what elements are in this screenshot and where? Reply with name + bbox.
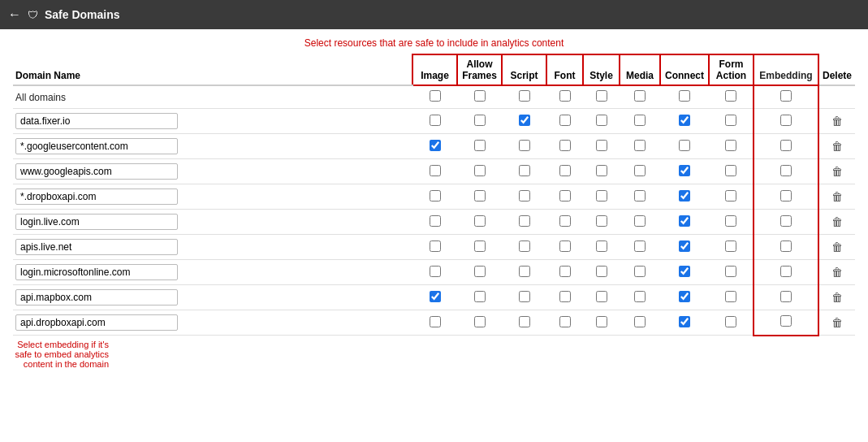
checkbox-formAction[interactable] [725, 140, 736, 151]
checkbox-image[interactable] [430, 316, 441, 327]
checkbox-formAction[interactable] [725, 165, 736, 176]
checkbox-formAction[interactable] [725, 266, 736, 277]
delete-button[interactable]: 🗑 [831, 266, 843, 279]
checkbox-image[interactable] [430, 115, 441, 126]
checkbox-allowFrames[interactable] [474, 240, 486, 252]
checkbox-style[interactable] [596, 291, 607, 302]
checkbox-script[interactable] [519, 215, 530, 227]
checkbox-allowFrames[interactable] [474, 90, 486, 102]
checkbox-font[interactable] [559, 266, 571, 277]
checkbox-connect[interactable] [679, 240, 690, 252]
checkbox-image[interactable] [430, 266, 441, 277]
checkbox-font[interactable] [559, 165, 571, 176]
checkbox-image[interactable] [430, 291, 441, 302]
checkbox-media[interactable] [634, 140, 646, 151]
checkbox-media[interactable] [634, 316, 646, 327]
checkbox-font[interactable] [559, 115, 571, 126]
checkbox-allowFrames[interactable] [474, 140, 486, 151]
checkbox-image[interactable] [430, 90, 441, 102]
checkbox-style[interactable] [596, 266, 607, 277]
checkbox-style[interactable] [596, 140, 607, 151]
delete-button[interactable]: 🗑 [831, 165, 843, 178]
checkbox-font[interactable] [559, 215, 571, 227]
checkbox-style[interactable] [596, 165, 607, 176]
checkbox-media[interactable] [634, 190, 646, 202]
checkbox-style[interactable] [596, 190, 607, 202]
checkbox-style[interactable] [596, 316, 607, 327]
checkbox-media[interactable] [634, 240, 646, 252]
back-button[interactable]: ← [8, 7, 21, 22]
checkbox-media[interactable] [634, 90, 646, 102]
delete-button[interactable]: 🗑 [831, 215, 843, 228]
checkbox-script[interactable] [519, 266, 530, 277]
checkbox-image[interactable] [430, 215, 441, 227]
checkbox-formAction[interactable] [725, 115, 736, 126]
checkbox-font[interactable] [559, 291, 571, 302]
checkbox-embedding[interactable] [780, 90, 792, 102]
domain-input[interactable] [15, 163, 178, 180]
checkbox-allowFrames[interactable] [474, 266, 486, 277]
checkbox-embedding[interactable] [780, 240, 792, 252]
delete-button[interactable]: 🗑 [831, 316, 843, 329]
checkbox-embedding[interactable] [780, 140, 792, 151]
checkbox-script[interactable] [519, 90, 530, 102]
domain-input[interactable] [15, 264, 178, 280]
checkbox-script[interactable] [519, 140, 530, 151]
checkbox-allowFrames[interactable] [474, 115, 486, 126]
checkbox-connect[interactable] [679, 215, 690, 227]
checkbox-script[interactable] [519, 165, 530, 176]
checkbox-allowFrames[interactable] [474, 291, 486, 302]
checkbox-style[interactable] [596, 115, 607, 126]
checkbox-formAction[interactable] [725, 316, 736, 327]
checkbox-allowFrames[interactable] [474, 316, 486, 327]
checkbox-font[interactable] [559, 190, 571, 202]
checkbox-script[interactable] [519, 115, 530, 126]
domain-input[interactable] [15, 289, 178, 306]
checkbox-style[interactable] [596, 240, 607, 252]
checkbox-formAction[interactable] [725, 291, 736, 302]
checkbox-style[interactable] [596, 215, 607, 227]
checkbox-formAction[interactable] [725, 90, 736, 102]
checkbox-font[interactable] [559, 140, 571, 151]
checkbox-script[interactable] [519, 291, 530, 302]
checkbox-script[interactable] [519, 190, 530, 202]
checkbox-embedding[interactable] [780, 215, 792, 227]
checkbox-embedding[interactable] [780, 291, 792, 302]
checkbox-allowFrames[interactable] [474, 165, 486, 176]
checkbox-connect[interactable] [679, 90, 690, 102]
checkbox-formAction[interactable] [725, 190, 736, 202]
checkbox-style[interactable] [596, 90, 607, 102]
checkbox-media[interactable] [634, 291, 646, 302]
checkbox-connect[interactable] [679, 291, 690, 302]
domain-input[interactable] [15, 314, 178, 331]
checkbox-script[interactable] [519, 316, 530, 327]
checkbox-media[interactable] [634, 266, 646, 277]
domain-input[interactable] [15, 113, 178, 129]
checkbox-media[interactable] [634, 215, 646, 227]
delete-button[interactable]: 🗑 [831, 140, 843, 153]
delete-button[interactable]: 🗑 [831, 240, 843, 254]
checkbox-connect[interactable] [679, 190, 690, 202]
checkbox-font[interactable] [559, 240, 571, 252]
checkbox-embedding[interactable] [780, 165, 792, 176]
checkbox-connect[interactable] [679, 316, 690, 327]
domain-input[interactable] [15, 214, 178, 230]
delete-button[interactable]: 🗑 [831, 115, 843, 128]
checkbox-connect[interactable] [679, 165, 690, 176]
checkbox-connect[interactable] [679, 140, 690, 151]
checkbox-media[interactable] [634, 115, 646, 126]
checkbox-allowFrames[interactable] [474, 215, 486, 227]
checkbox-image[interactable] [430, 140, 441, 151]
checkbox-font[interactable] [559, 90, 571, 102]
checkbox-image[interactable] [430, 190, 441, 202]
checkbox-embedding[interactable] [780, 115, 792, 126]
domain-input[interactable] [15, 188, 178, 205]
checkbox-embedding[interactable] [780, 315, 792, 327]
checkbox-connect[interactable] [679, 266, 690, 277]
checkbox-image[interactable] [430, 165, 441, 176]
checkbox-image[interactable] [430, 240, 441, 252]
checkbox-embedding[interactable] [780, 190, 792, 202]
checkbox-font[interactable] [559, 316, 571, 327]
checkbox-embedding[interactable] [780, 266, 792, 277]
checkbox-allowFrames[interactable] [474, 190, 486, 202]
